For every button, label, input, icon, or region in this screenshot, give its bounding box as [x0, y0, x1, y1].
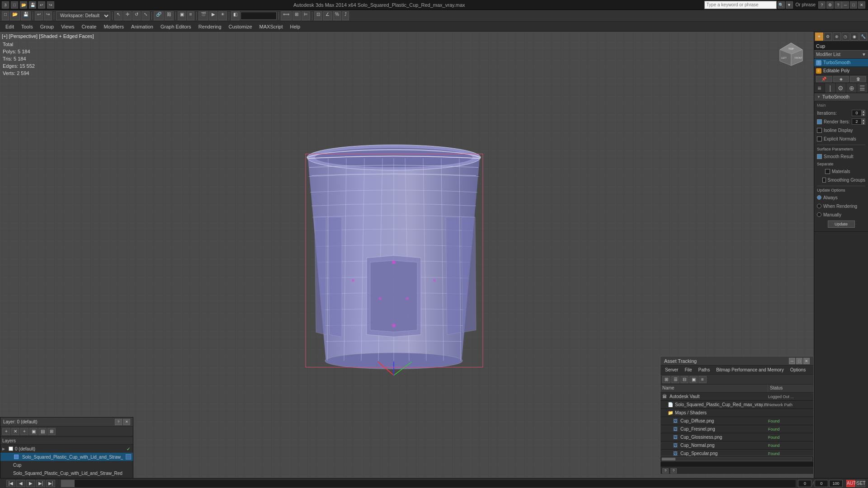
update-btn[interactable]: Update: [828, 221, 855, 228]
search-options-btn[interactable]: ▼: [786, 1, 793, 9]
asset-tracking-maximize-btn[interactable]: □: [796, 358, 802, 364]
layer-row-0[interactable]: ▶ 0 (default) ✓: [0, 445, 133, 453]
named-sel-input[interactable]: [241, 12, 277, 20]
iterations-spinner[interactable]: ▲ ▼: [852, 110, 865, 116]
at-row-5[interactable]: 🖼 Cup_Glossiness.png Found: [660, 433, 813, 441]
layers-help-btn[interactable]: ?: [115, 419, 122, 425]
next-frame-btn[interactable]: ▶|: [36, 480, 45, 487]
at-menu-file[interactable]: File: [682, 366, 694, 373]
always-radio[interactable]: [817, 195, 821, 200]
new-scene-btn[interactable]: □: [2, 11, 9, 20]
menu-create[interactable]: Create: [78, 23, 100, 30]
pct-snap-btn[interactable]: %: [333, 11, 341, 20]
navigation-cube[interactable]: TOP LEFT FRONT: [778, 41, 805, 68]
render-iters-up[interactable]: ▲: [862, 118, 865, 122]
at-menu-paths[interactable]: Paths: [696, 366, 713, 373]
menu-customize[interactable]: Customize: [225, 23, 256, 30]
undo-toolbar-btn[interactable]: ↩: [35, 11, 43, 20]
frame-start-input[interactable]: [815, 480, 828, 487]
modifier-turbosmooth[interactable]: T TurboSmooth: [814, 59, 868, 67]
pin-stack-btn[interactable]: 📌: [816, 76, 832, 82]
settings-btn[interactable]: ⚙: [826, 1, 834, 9]
open-btn[interactable]: 📂: [20, 1, 27, 9]
select-btn[interactable]: ↖: [114, 11, 123, 20]
layer-row-2[interactable]: Cup: [0, 461, 133, 469]
at-help-btn-2[interactable]: ?: [670, 468, 677, 474]
render-iters-value[interactable]: [852, 118, 862, 125]
asset-tracking-minimize-btn[interactable]: ─: [789, 358, 795, 364]
menu-modifiers[interactable]: Modifiers: [100, 23, 127, 30]
array-btn[interactable]: ⊞: [292, 11, 301, 20]
redo-toolbar-btn[interactable]: ↪: [44, 11, 52, 20]
at-row-7[interactable]: 🖼 Cup_Specular.png Found: [660, 450, 813, 456]
modify-panel-icon[interactable]: ⚙: [824, 33, 832, 41]
iterations-down[interactable]: ▼: [862, 113, 865, 116]
menu-graph-editors[interactable]: Graph Editors: [157, 23, 195, 30]
layer-add-obj-btn[interactable]: +: [20, 428, 28, 435]
app-icon[interactable]: 3: [2, 1, 9, 9]
spinner-snap-btn[interactable]: ⤴: [342, 11, 349, 20]
mod-tab-2[interactable]: |: [825, 83, 836, 93]
explicit-normals-checkbox[interactable]: [817, 136, 822, 141]
scale-btn[interactable]: ⤡: [142, 11, 150, 20]
layer-btn[interactable]: ≡: [187, 11, 194, 20]
close-btn[interactable]: ✕: [858, 1, 865, 9]
link-btn[interactable]: 🔗: [154, 11, 164, 20]
active-shade-btn[interactable]: ☀: [218, 11, 227, 20]
timeline[interactable]: [61, 479, 796, 488]
save-btn[interactable]: 💾: [29, 1, 36, 9]
mod-tab-1[interactable]: ≡: [814, 83, 825, 93]
layer-row-3[interactable]: Solo_Squared_Plastic_Cup_with_Lid_and_St…: [0, 469, 133, 477]
play-btn[interactable]: ▶: [26, 480, 35, 487]
menu-edit[interactable]: Edit: [2, 23, 18, 30]
smooth-result-checkbox[interactable]: [817, 154, 822, 159]
iterations-value[interactable]: [852, 110, 862, 116]
mod-tab-3[interactable]: ⚙: [836, 83, 847, 93]
new-btn[interactable]: □: [11, 1, 18, 9]
search-help-btn[interactable]: ?: [818, 1, 826, 9]
layer-hilight-btn[interactable]: ▤: [38, 428, 47, 435]
frame-end-input[interactable]: [829, 480, 843, 487]
iterations-up[interactable]: ▲: [862, 110, 865, 113]
at-tool-4[interactable]: ▣: [689, 376, 698, 383]
create-panel-icon[interactable]: ✦: [815, 33, 823, 41]
redo-btn[interactable]: ↪: [47, 1, 54, 9]
mod-tab-4[interactable]: ⊕: [846, 83, 857, 93]
layer-sel-btn[interactable]: ▣: [29, 428, 38, 435]
motion-icon[interactable]: ◷: [842, 33, 850, 41]
turbosmooth-rollout-header[interactable]: ▼ TurboSmooth: [814, 93, 868, 101]
asset-tracking-scrollbar[interactable]: [660, 456, 813, 461]
minimize-btn[interactable]: ─: [842, 1, 849, 9]
layer-1-lock[interactable]: [126, 454, 131, 460]
at-row-6[interactable]: 🖼 Cup_Normal.png Found: [660, 441, 813, 450]
timeline-slider[interactable]: [61, 480, 75, 487]
menu-maxscript[interactable]: MAXScript: [256, 23, 287, 30]
menu-views[interactable]: Views: [57, 23, 78, 30]
search-input[interactable]: [704, 1, 777, 9]
render-btn[interactable]: ▶: [209, 11, 217, 20]
save-file-btn[interactable]: 💾: [21, 11, 31, 20]
open-file-btn[interactable]: 📂: [10, 11, 20, 20]
mirror-btn[interactable]: ⟺: [281, 11, 292, 20]
frame-current-input[interactable]: [798, 480, 811, 487]
at-tool-1[interactable]: ⊞: [662, 376, 670, 383]
at-menu-server[interactable]: Server: [662, 366, 681, 373]
prev-frame-btn[interactable]: ◀: [16, 480, 25, 487]
at-menu-options[interactable]: Options: [788, 366, 808, 373]
modifier-editable-poly[interactable]: E Editable Poly: [814, 67, 868, 75]
object-name-input[interactable]: [814, 42, 868, 51]
menu-animation[interactable]: Animation: [127, 23, 157, 30]
at-bottom-scrollbar[interactable]: [660, 461, 813, 467]
move-btn[interactable]: ✛: [123, 11, 132, 20]
render-setup-btn[interactable]: 🎬: [198, 11, 208, 20]
layer-row-1[interactable]: Solo_Squared_Plastic_Cup_with_Lid_and_St…: [0, 453, 133, 461]
delete-mod-btn[interactable]: 🗑: [850, 76, 866, 82]
render-iters-checkbox[interactable]: [817, 119, 822, 124]
menu-group[interactable]: Group: [37, 23, 58, 30]
maximize-btn[interactable]: □: [850, 1, 857, 9]
layer-delete-btn[interactable]: ✕: [11, 428, 19, 435]
at-tool-5[interactable]: ≡: [698, 376, 707, 383]
menu-tools[interactable]: Tools: [18, 23, 37, 30]
align-btn[interactable]: ⊨: [302, 11, 310, 20]
undo-btn[interactable]: ↩: [38, 1, 45, 9]
